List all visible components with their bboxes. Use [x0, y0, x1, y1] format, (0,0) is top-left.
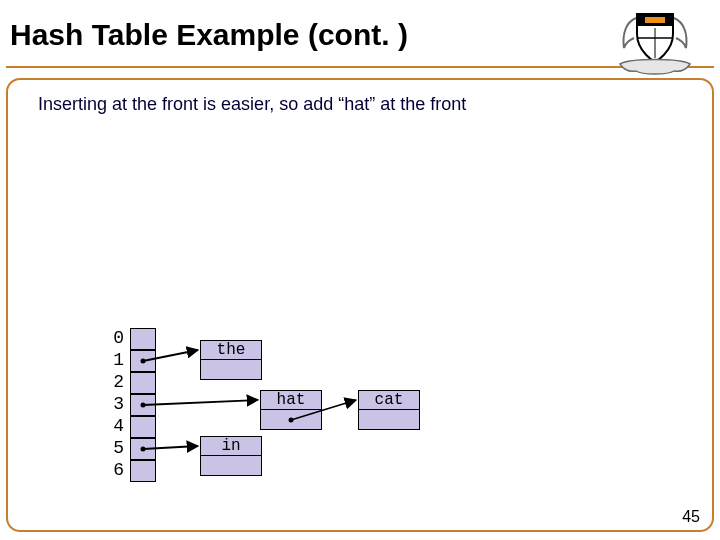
node-in-next: [200, 456, 262, 476]
diagram-arrows: [0, 0, 720, 540]
svg-rect-0: [645, 17, 665, 23]
bucket-index-3: 3: [108, 394, 124, 414]
body-text: Inserting at the front is easier, so add…: [38, 94, 466, 115]
node-in-key: in: [200, 436, 262, 456]
bucket-index-0: 0: [108, 328, 124, 348]
bucket-cell-0: [130, 328, 156, 350]
node-cat-key: cat: [358, 390, 420, 410]
node-cat-next: [358, 410, 420, 430]
slide-title: Hash Table Example (cont. ): [10, 18, 580, 52]
bucket-cell-2: [130, 372, 156, 394]
node-the: the: [200, 340, 262, 380]
slide: Hash Table Example (cont. ) Inserting at…: [0, 0, 720, 540]
bucket-index-1: 1: [108, 350, 124, 370]
node-the-next: [200, 360, 262, 380]
node-cat: cat: [358, 390, 420, 430]
title-underline: [6, 66, 714, 68]
node-in: in: [200, 436, 262, 476]
svg-line-4: [143, 400, 258, 405]
bucket-index-6: 6: [108, 460, 124, 480]
node-hat: hat: [260, 390, 322, 430]
node-hat-key: hat: [260, 390, 322, 410]
bucket-index-2: 2: [108, 372, 124, 392]
bucket-cell-4: [130, 416, 156, 438]
bucket-cell-6: [130, 460, 156, 482]
bucket-cell-3: [130, 394, 156, 416]
title-area: Hash Table Example (cont. ): [10, 18, 580, 52]
node-the-key: the: [200, 340, 262, 360]
page-number: 45: [682, 508, 700, 526]
node-hat-next: [260, 410, 322, 430]
bucket-index-4: 4: [108, 416, 124, 436]
shield-icon: [612, 8, 698, 78]
bucket-index-5: 5: [108, 438, 124, 458]
bucket-cell-1: [130, 350, 156, 372]
princeton-logo: [612, 8, 698, 78]
bucket-cell-5: [130, 438, 156, 460]
